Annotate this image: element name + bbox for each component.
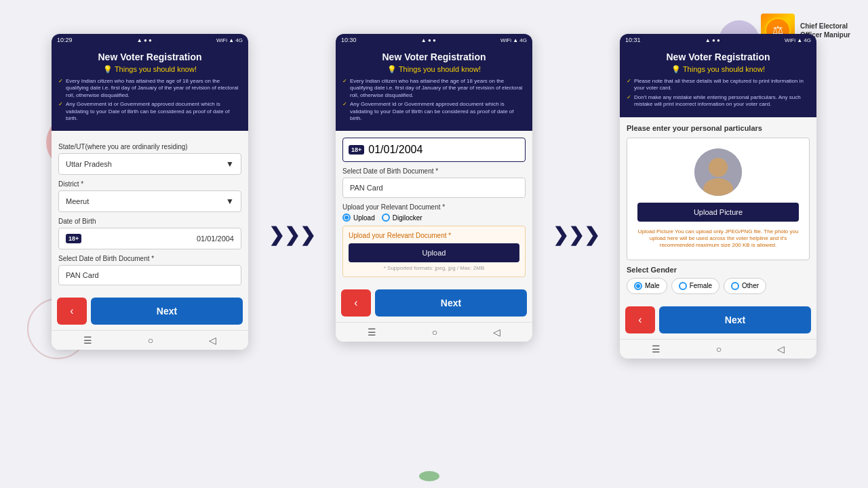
next-button-2[interactable]: Next (375, 289, 527, 317)
screen1-info: Every Indian citizen who has attained th… (58, 78, 241, 122)
gender-male[interactable]: Male (627, 278, 667, 294)
android-home-icon-2: ○ (432, 327, 437, 338)
back-button-3[interactable]: ‹ (625, 306, 655, 333)
nav-buttons-2: ‹ Next (336, 284, 532, 322)
district-label: District * (58, 180, 241, 188)
upload-section-label: Upload your Relevant Document * (349, 232, 519, 239)
age-badge-1: 18+ (66, 234, 81, 243)
state-label: State/UT(where you are ordinarily residi… (58, 143, 241, 150)
status-bar-1: 10:29 ▲ ● ● WiFi ▲ 4G (52, 34, 248, 46)
screen2-subtitle: 💡 Things you should know! (342, 65, 526, 74)
screens-container: 10:29 ▲ ● ● WiFi ▲ 4G New Voter Registra… (81, 34, 787, 359)
upload-button[interactable]: Upload (349, 243, 519, 262)
photo-upload-area: Upload Picture Upload Picture You can up… (627, 138, 810, 260)
android-back-icon: ◁ (209, 335, 216, 346)
screen3-info: Please note that all these details will … (627, 78, 810, 108)
phone-screen-1: 10:29 ▲ ● ● WiFi ▲ 4G New Voter Registra… (52, 34, 248, 350)
phone-screen-2: 10:30 ▲ ● ● WiFi ▲ 4G New Voter Registra… (336, 34, 532, 342)
svg-point-3 (709, 158, 728, 177)
dob-label: Date of Birth (58, 218, 241, 225)
state-dropdown-arrow: ▼ (226, 159, 234, 169)
next-button-3[interactable]: Next (659, 306, 811, 333)
radio-digilocker-circle (382, 214, 390, 222)
nav-buttons-3: ‹ Next (620, 301, 816, 339)
upload-section: Upload your Relevant Document * Upload *… (342, 226, 526, 277)
android-back-icon-3: ◁ (777, 344, 785, 354)
gender-male-radio (634, 282, 642, 290)
radio-upload[interactable]: Upload (342, 214, 375, 222)
back-button-1[interactable]: ‹ (57, 298, 87, 325)
upload-label-2: Upload your Relevant Document * (342, 203, 526, 211)
back-button-2[interactable]: ‹ (341, 289, 371, 317)
screen2-body: 18+ 01/01/2004 Select Date of Birth Docu… (336, 131, 532, 284)
dob-doc-label-1: Select Date of Birth Document * (58, 255, 241, 262)
phone-header-1: New Voter Registration 💡 Things you shou… (52, 46, 248, 131)
status-bar-2: 10:30 ▲ ● ● WiFi ▲ 4G (336, 34, 532, 46)
arrow-1: ❯❯❯ (269, 224, 315, 246)
dob-doc-input-2[interactable]: PAN Card (342, 178, 526, 198)
android-nav-2: ☰ ○ ◁ (336, 322, 532, 342)
dob-display-2[interactable]: 18+ 01/01/2004 (342, 138, 526, 162)
next-button-1[interactable]: Next (91, 298, 243, 325)
district-dropdown[interactable]: Meerut ▼ (58, 190, 241, 212)
phone-screen-3: 10:31 ▲ ● ● WiFi ▲ 4G New Voter Registra… (620, 34, 816, 359)
android-menu-icon: ☰ (83, 335, 92, 346)
dob-input-1[interactable]: 18+ 01/01/2004 (58, 228, 241, 249)
upload-picture-hint: Upload Picture You can upload only JPEG/… (637, 228, 799, 249)
screen1-subtitle: 💡 Things you should know! (58, 65, 241, 74)
screen3-title: New Voter Registration (627, 52, 810, 62)
phone-header-2: New Voter Registration 💡 Things you shou… (336, 46, 532, 131)
gender-section: Select Gender Male Female Other (627, 266, 810, 294)
radio-digilocker[interactable]: Digilocker (382, 214, 422, 222)
age-badge-2: 18+ (349, 145, 364, 155)
upload-radio-group: Upload Digilocker (342, 214, 526, 222)
android-home-icon-3: ○ (716, 344, 722, 354)
phone-header-3: New Voter Registration 💡 Things you shou… (620, 46, 816, 117)
upload-hint: * Supported formats: jpeg, jpg / Max: 2M… (349, 265, 519, 271)
upload-picture-button[interactable]: Upload Picture (637, 203, 799, 222)
gender-other-radio (731, 282, 739, 290)
gender-female-radio (679, 282, 687, 290)
personal-header: Please enter your personal particulars (627, 124, 810, 132)
screen1-title: New Voter Registration (58, 52, 241, 62)
photo-avatar (694, 148, 742, 196)
screen1-body: State/UT(where you are ordinarily residi… (52, 131, 248, 292)
android-back-icon-2: ◁ (493, 327, 500, 338)
nav-buttons-1: ‹ Next (52, 292, 248, 330)
screen3-subtitle: 💡 Things you should know! (627, 65, 810, 74)
radio-upload-circle (342, 214, 351, 222)
decorative-dot-bottom (419, 471, 439, 481)
arrow-2: ❯❯❯ (553, 224, 599, 246)
android-menu-icon-3: ☰ (652, 344, 660, 354)
gender-female[interactable]: Female (671, 278, 719, 294)
status-bar-3: 10:31 ▲ ● ● WiFi ▲ 4G (620, 34, 816, 46)
android-menu-icon-2: ☰ (368, 327, 376, 338)
district-dropdown-arrow: ▼ (226, 197, 234, 206)
screen2-info: Every Indian citizen who has attained th… (342, 78, 526, 122)
screen3-body: Please enter your personal particulars U… (620, 117, 816, 301)
state-dropdown[interactable]: Uttar Pradesh ▼ (58, 153, 241, 175)
gender-other[interactable]: Other (724, 278, 766, 294)
android-nav-1: ☰ ○ ◁ (52, 330, 248, 350)
android-home-icon: ○ (148, 335, 153, 346)
android-nav-3: ☰ ○ ◁ (620, 339, 816, 359)
gender-options: Male Female Other (627, 278, 810, 294)
dob-doc-input-1[interactable]: PAN Card (58, 265, 241, 285)
gender-label: Select Gender (627, 266, 810, 274)
dob-doc-label-2: Select Date of Birth Document * (342, 167, 526, 175)
screen2-title: New Voter Registration (342, 52, 526, 62)
